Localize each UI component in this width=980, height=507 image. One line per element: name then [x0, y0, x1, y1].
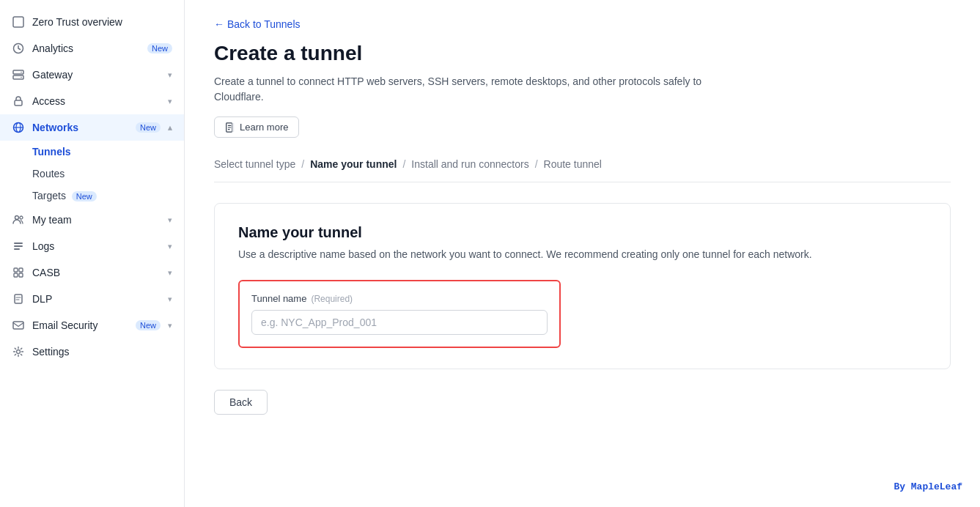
svg-rect-12	[14, 245, 23, 247]
svg-rect-19	[13, 322, 23, 329]
list-icon	[12, 240, 25, 253]
step-install-run-connectors[interactable]: Install and run connectors	[411, 158, 528, 170]
svg-rect-17	[19, 273, 23, 277]
back-button[interactable]: Back	[214, 390, 268, 415]
main-content: ← Back to Tunnels Create a tunnel Create…	[185, 0, 980, 507]
sidebar-item-label: Zero Trust overview	[32, 16, 172, 28]
analytics-badge: New	[147, 43, 172, 53]
casb-icon	[12, 266, 25, 279]
back-to-tunnels-link[interactable]: ← Back to Tunnels	[214, 18, 301, 30]
sidebar-item-zero-trust[interactable]: Zero Trust overview	[0, 9, 184, 35]
svg-rect-13	[14, 248, 20, 250]
tunnel-name-field-group: Tunnel name (Required)	[238, 280, 561, 348]
dlp-icon	[12, 292, 25, 306]
square-icon	[12, 15, 25, 29]
tunnel-name-input[interactable]	[251, 310, 548, 335]
step-select-tunnel-type[interactable]: Select tunnel type	[214, 158, 295, 170]
svg-point-5	[21, 77, 22, 78]
sidebar-item-label: Logs	[32, 240, 161, 252]
globe-icon	[12, 121, 25, 134]
sidebar-item-routes[interactable]: Routes	[32, 163, 184, 185]
chevron-down-icon: ▾	[168, 97, 172, 106]
sidebar-item-email-security[interactable]: Email Security New ▾	[0, 312, 184, 338]
learn-more-button[interactable]: Learn more	[214, 116, 299, 138]
svg-rect-11	[14, 243, 23, 244]
sidebar-item-label: My team	[32, 214, 161, 226]
sidebar-item-my-team[interactable]: My team ▾	[0, 207, 184, 233]
sidebar-item-label: CASB	[32, 267, 161, 278]
page-title: Create a tunnel	[214, 42, 951, 65]
sidebar-item-networks[interactable]: Networks New ▴	[0, 114, 184, 141]
chevron-down-icon: ▾	[168, 242, 172, 251]
step-separator-2: /	[402, 158, 405, 170]
sidebar-item-label: Email Security	[32, 319, 128, 331]
sidebar-item-label: Settings	[32, 346, 172, 358]
svg-rect-14	[14, 268, 18, 272]
watermark: By MapleLeaf	[894, 481, 962, 492]
chevron-down-icon: ▾	[168, 215, 172, 225]
svg-rect-15	[19, 268, 23, 272]
form-actions: Back	[214, 390, 951, 415]
book-icon	[225, 122, 235, 133]
networks-subitems: Tunnels Routes Targets New	[0, 141, 184, 207]
chevron-up-icon: ▴	[168, 123, 172, 133]
svg-point-10	[20, 216, 23, 219]
chevron-down-icon: ▾	[168, 295, 172, 304]
svg-rect-16	[14, 273, 18, 277]
step-separator-1: /	[301, 158, 304, 170]
users-icon	[12, 213, 25, 226]
sidebar: Zero Trust overview Analytics New Gatewa…	[0, 0, 185, 507]
sidebar-item-access[interactable]: Access ▾	[0, 88, 184, 114]
sidebar-item-gateway[interactable]: Gateway ▾	[0, 62, 184, 88]
chevron-down-icon: ▾	[168, 70, 172, 80]
sidebar-item-label: Gateway	[32, 69, 161, 81]
step-separator-3: /	[535, 158, 538, 170]
server-icon	[12, 68, 25, 81]
form-card-title: Name your tunnel	[238, 224, 926, 241]
chevron-down-icon: ▾	[168, 268, 172, 278]
svg-rect-0	[13, 17, 23, 27]
learn-more-label: Learn more	[240, 122, 288, 133]
form-card-description: Use a descriptive name based on the netw…	[238, 247, 926, 262]
sidebar-item-targets[interactable]: Targets New	[32, 185, 184, 207]
gear-icon	[12, 345, 25, 358]
networks-badge: New	[136, 122, 161, 133]
sidebar-item-analytics[interactable]: Analytics New	[0, 35, 184, 62]
svg-rect-3	[13, 75, 23, 79]
clock-icon	[12, 42, 25, 55]
sidebar-item-dlp[interactable]: DLP ▾	[0, 286, 184, 312]
targets-badge: New	[72, 191, 97, 201]
sidebar-item-label: Networks	[32, 122, 128, 133]
page-description: Create a tunnel to connect HTTP web serv…	[214, 74, 727, 105]
steps-breadcrumb: Select tunnel type / Name your tunnel / …	[214, 158, 951, 182]
lock-icon	[12, 95, 25, 108]
chevron-down-icon: ▾	[168, 321, 172, 330]
sidebar-item-label: DLP	[32, 293, 161, 305]
svg-point-20	[17, 350, 21, 354]
form-card: Name your tunnel Use a descriptive name …	[214, 203, 951, 369]
required-indicator: (Required)	[311, 294, 353, 304]
step-route-tunnel[interactable]: Route tunnel	[544, 158, 602, 170]
svg-rect-18	[15, 295, 22, 303]
sidebar-item-casb[interactable]: CASB ▾	[0, 259, 184, 286]
sidebar-item-label: Analytics	[32, 42, 140, 54]
svg-rect-2	[13, 70, 23, 74]
sidebar-item-tunnels[interactable]: Tunnels	[32, 141, 184, 163]
svg-point-9	[15, 216, 19, 220]
step-name-your-tunnel[interactable]: Name your tunnel	[310, 158, 397, 170]
svg-rect-6	[15, 100, 22, 106]
tunnel-name-label: Tunnel name (Required)	[251, 293, 548, 304]
email-security-badge: New	[136, 320, 161, 330]
sidebar-item-logs[interactable]: Logs ▾	[0, 233, 184, 259]
sidebar-item-label: Access	[32, 95, 161, 107]
svg-point-4	[21, 72, 22, 73]
email-icon	[12, 319, 25, 332]
sidebar-item-settings[interactable]: Settings	[0, 338, 184, 365]
svg-rect-22	[232, 122, 235, 131]
